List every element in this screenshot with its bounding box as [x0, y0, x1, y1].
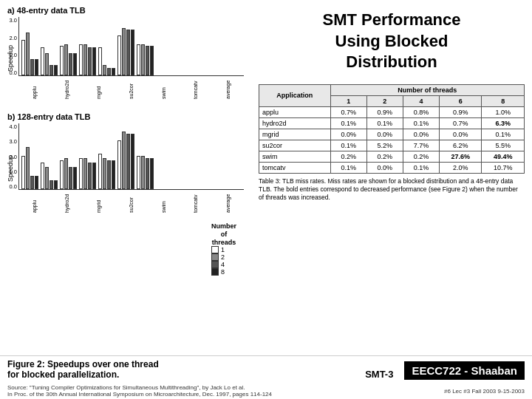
- bar: [137, 156, 140, 189]
- table-cell-v8: 5.5%: [482, 140, 525, 151]
- table-cell-v2: 0.0%: [366, 162, 403, 173]
- bar: [69, 167, 72, 189]
- footer: Source: "Tuning Compiler Optimizations f…: [0, 383, 532, 399]
- bar: [60, 160, 64, 189]
- table-cell-app: su2cor: [259, 140, 331, 151]
- legend-label: 8: [221, 268, 225, 276]
- table-section: Application Number of threads 1 2 4 6 8 …: [259, 84, 525, 202]
- bar: [126, 134, 130, 189]
- bar: [41, 47, 44, 75]
- bar: [150, 46, 154, 75]
- legend-item: 8: [211, 268, 236, 276]
- legend-label: 2: [221, 253, 225, 261]
- slide-title: SMT Performance Using Blocked Distributi…: [259, 10, 525, 73]
- chart-b-bars: [18, 123, 244, 190]
- table-row: swim0.2%0.2%0.2%27.6%49.4%: [259, 151, 525, 162]
- bar: [112, 160, 115, 189]
- table-cell-v8: 49.4%: [482, 151, 525, 162]
- bar: [107, 160, 111, 189]
- table-cell-v1: 0.1%: [330, 162, 366, 173]
- table-cell-v2: 5.2%: [366, 140, 403, 151]
- legend-swatch: [211, 261, 219, 268]
- bar: [45, 53, 49, 75]
- table-cell-app: hydro2d: [259, 117, 331, 129]
- bar: [73, 167, 77, 189]
- bar: [122, 28, 126, 75]
- table-cell-v2: 0.0%: [366, 129, 403, 140]
- legend-item: 1: [211, 246, 236, 253]
- table-cell-app: swim: [259, 151, 331, 162]
- table-cell-v4: 0.8%: [403, 106, 439, 117]
- bar: [54, 65, 58, 75]
- bar: [35, 59, 38, 75]
- bar: [26, 147, 30, 189]
- footer-lec-info: #6 Lec #3 Fall 2003 9-15-2003: [444, 388, 525, 395]
- bar: [103, 158, 106, 189]
- bar: [30, 59, 34, 75]
- right-panel: SMT Performance Using Blocked Distributi…: [251, 0, 532, 355]
- table-cell-app: applu: [259, 106, 331, 117]
- bar: [122, 132, 126, 189]
- bar: [45, 167, 49, 189]
- x-label: swim: [161, 77, 166, 99]
- table-cell-v4: 0.0%: [403, 129, 439, 140]
- bar: [21, 156, 25, 189]
- legend-title: Numberofthreads: [211, 222, 236, 246]
- smt-label: SMT-3: [365, 369, 393, 380]
- x-label: hydro2d: [64, 191, 69, 213]
- col-header-app: Application: [259, 84, 331, 106]
- table-cell-app: tomcatv: [259, 162, 331, 173]
- table-cell-v2: 0.1%: [366, 117, 403, 129]
- x-label: mgrid: [96, 77, 101, 99]
- x-label: average: [225, 77, 231, 99]
- bar: [92, 47, 96, 75]
- legend-item: 2: [211, 253, 236, 261]
- bar: [141, 44, 145, 75]
- table-cell-v6: 27.6%: [439, 151, 481, 162]
- bar-group: [60, 158, 77, 189]
- x-label: mgrid: [96, 191, 101, 213]
- bar: [146, 46, 149, 75]
- col-8: 8: [482, 95, 525, 106]
- legend-block: Numberofthreads 1248: [7, 222, 236, 276]
- bar: [117, 35, 121, 75]
- table-cell-v6: 0.9%: [439, 106, 481, 117]
- bar: [92, 163, 96, 189]
- table-row: su2cor0.1%5.2%7.7%6.2%5.5%: [259, 140, 525, 151]
- legend-swatch: [211, 246, 219, 253]
- main-container: a) 48-entry data TLB Speedup 3.0 2.0 1.0…: [0, 0, 532, 399]
- bar: [117, 140, 121, 189]
- top-section: a) 48-entry data TLB Speedup 3.0 2.0 1.0…: [0, 0, 532, 355]
- col-6: 6: [439, 95, 481, 106]
- table-cell-app: mgrid: [259, 129, 331, 140]
- bar: [141, 156, 145, 189]
- x-label: su2cor: [129, 191, 134, 213]
- bar: [146, 158, 149, 189]
- x-label: average: [225, 191, 231, 213]
- table-cell-v1: 0.0%: [330, 129, 366, 140]
- figure-caption: Figure 2: Speedups over one thread for b…: [7, 359, 365, 380]
- table-cell-v6: 2.0%: [439, 162, 481, 173]
- bar-group: [79, 158, 96, 189]
- chart-a-title: a) 48-entry data TLB: [7, 6, 244, 15]
- bar: [50, 180, 53, 189]
- table-cell-v2: 0.2%: [366, 151, 403, 162]
- x-label: tomcatv: [193, 191, 198, 213]
- chart-a-bars: [18, 17, 244, 76]
- bar: [79, 158, 83, 189]
- chart-a-yticks: 3.0 2.0 1.0 0.0: [5, 17, 17, 76]
- bar-group: [137, 44, 154, 75]
- bar: [83, 158, 87, 189]
- table-body: applu0.7%0.9%0.8%0.9%1.0%hydro2d0.1%0.1%…: [259, 106, 525, 173]
- bar: [41, 163, 44, 189]
- data-table: Application Number of threads 1 2 4 6 8 …: [259, 84, 525, 174]
- legend-items: 1248: [211, 246, 236, 276]
- col-header-threads: Number of threads: [330, 84, 524, 95]
- table-cell-v4: 0.2%: [403, 151, 439, 162]
- x-label: swim: [161, 191, 166, 213]
- bar: [50, 65, 53, 75]
- left-panel: a) 48-entry data TLB Speedup 3.0 2.0 1.0…: [0, 0, 251, 355]
- title-block: SMT Performance Using Blocked Distributi…: [259, 6, 525, 81]
- table-row: tomcatv0.1%0.0%0.1%2.0%10.7%: [259, 162, 525, 173]
- table-cell-v4: 0.1%: [403, 162, 439, 173]
